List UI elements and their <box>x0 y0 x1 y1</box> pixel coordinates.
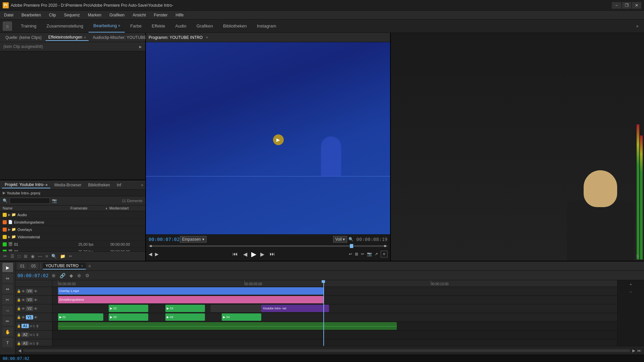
sort-icon[interactable]: ≡ <box>45 253 49 259</box>
lock-icon[interactable]: 🔒 <box>17 333 21 337</box>
eye-icon[interactable]: 👁 <box>21 315 25 319</box>
voll-dropdown[interactable]: Voll ▾ <box>333 236 347 243</box>
lock-icon[interactable]: 🔒 <box>17 289 21 293</box>
ripple-edit-tool[interactable]: ⇔ <box>2 284 13 294</box>
eye2-icon[interactable]: 👁 <box>34 289 38 293</box>
text-tool[interactable]: T <box>2 338 13 347</box>
home-button[interactable]: ⌂ <box>3 21 12 31</box>
tab-inf[interactable]: Inf <box>114 182 124 188</box>
workspace-tab-grafiken[interactable]: Grafiken <box>192 20 218 33</box>
tl-zoom-out[interactable]: − <box>629 289 633 295</box>
lock-icon[interactable]: 🔒 <box>17 298 21 302</box>
tab-bibliotheken[interactable]: Bibliotheken <box>86 182 113 188</box>
playhead-marker[interactable] <box>350 244 353 248</box>
camera-button[interactable]: 📷 <box>367 252 372 256</box>
folder-icon[interactable]: 📁 <box>59 253 66 259</box>
sort-icon[interactable]: ▲ <box>105 206 108 210</box>
workspace-tab-effekte[interactable]: Effekte <box>147 20 170 33</box>
track-name-badge-v4[interactable]: V4 <box>26 289 33 293</box>
col-header-name[interactable]: Name <box>3 206 69 210</box>
razor-tool[interactable]: ✂ <box>2 295 13 304</box>
workspace-tab-audio[interactable]: Audio <box>170 20 191 33</box>
add-button[interactable]: + <box>381 251 387 257</box>
clip-v1-02[interactable]: ▶ 02 <box>109 313 148 321</box>
solo-button[interactable]: S <box>33 324 35 328</box>
list-icon[interactable]: ☰ <box>10 253 15 259</box>
menu-ansicht[interactable]: Ansicht <box>131 12 147 18</box>
current-timecode[interactable]: 00:00:07:02 <box>149 237 180 242</box>
eye-icon[interactable]: 👁 <box>21 307 25 311</box>
track-name-badge-a1[interactable]: A1 <box>21 324 29 328</box>
menu-fenster[interactable]: Fenster <box>153 12 169 18</box>
col-header-medienstart[interactable]: Medienstart <box>109 206 143 210</box>
mic-icon[interactable]: 🎙 <box>36 342 39 346</box>
tl-add-marker-button[interactable]: ⊕ <box>76 272 82 279</box>
mute-button[interactable]: M <box>30 342 32 345</box>
timeline-tab-01[interactable]: 01 <box>17 263 27 269</box>
track-select-tool[interactable]: ⇔ <box>2 274 13 283</box>
tab-quelle[interactable]: Quelle: (keine Clips) <box>3 35 44 41</box>
play-button[interactable]: ▶ <box>251 250 256 258</box>
lock-icon[interactable]: 🔒 <box>17 342 21 345</box>
track-name-badge-a2[interactable]: A2 <box>21 333 29 337</box>
workspace-more-button[interactable]: » <box>633 24 641 28</box>
tl-settings-button[interactable]: ⚙ <box>84 272 91 279</box>
workspace-tab-bearbeitung[interactable]: Bearbeitung ≡ <box>89 20 125 33</box>
clip-v2-02[interactable]: ▶ 02 <box>109 305 148 312</box>
delete-icon[interactable]: ✂ <box>68 253 73 259</box>
grid-icon[interactable]: ⊞ <box>23 253 28 259</box>
edit-icon[interactable]: ✏ <box>3 253 8 259</box>
frame-back-button[interactable]: ◀ <box>242 250 249 258</box>
clip-v2-youtube-intro[interactable]: Youtube Intro- ver <box>261 305 329 312</box>
tab-projekt[interactable]: Projekt: Youtube Intro- ≡ <box>2 182 50 188</box>
lock-icon[interactable]: 🔒 <box>17 324 21 328</box>
eye2-icon[interactable]: 👁 <box>34 315 38 319</box>
hand-tool[interactable]: ✋ <box>2 327 13 337</box>
slip-tool[interactable]: ↔ <box>2 306 13 315</box>
workspace-tab-instagram[interactable]: Instagram <box>252 20 281 33</box>
maximize-button[interactable]: ❐ <box>622 2 631 9</box>
mic-icon[interactable]: 🎙 <box>36 333 39 337</box>
menu-clip[interactable]: Clip <box>48 12 57 18</box>
tl-end-button[interactable]: ⏭ <box>637 348 641 353</box>
track-name-badge-v1[interactable]: V1 <box>26 315 33 319</box>
tl-marker-button[interactable]: ◆ <box>68 272 74 279</box>
eye-icon[interactable]: 👁 <box>21 298 25 302</box>
eye2-icon[interactable]: 👁 <box>34 307 38 311</box>
trim-button[interactable]: ✂ <box>361 252 364 256</box>
project-search-input[interactable] <box>10 198 50 204</box>
eye2-icon[interactable]: 👁 <box>34 298 38 302</box>
tl-tab-close-icon[interactable]: × <box>81 264 83 268</box>
menu-marken[interactable]: Marken <box>87 12 103 18</box>
list-item[interactable]: ▶ 📁 Audio <box>0 211 145 219</box>
minimize-button[interactable]: − <box>612 2 621 9</box>
pen-tool[interactable]: ✏ <box>2 316 13 326</box>
workspace-tab-zusammenstellung[interactable]: Zusammenstellung <box>42 20 88 33</box>
track-name-badge-v3[interactable]: V3 <box>26 298 33 302</box>
clip-v1-01[interactable]: ▶ 01 <box>58 313 103 321</box>
list-item[interactable]: ▶ 📁 Videomaterial <box>0 233 145 241</box>
workspace-tab-training[interactable]: Training <box>16 20 41 33</box>
workspace-tab-bibliotheken[interactable]: Bibliotheken <box>218 20 252 33</box>
menu-sequenz[interactable]: Sequenz <box>63 12 81 18</box>
list-item[interactable]: 🎬 01 25,00 fps 00:00:00.00 <box>0 241 145 248</box>
camera-icon[interactable]: 📷 <box>52 198 57 203</box>
thumbnail-icon[interactable]: □ <box>17 253 21 259</box>
clip-v1-03[interactable]: ▶ 03 <box>165 313 205 321</box>
mute-button[interactable]: M <box>30 324 32 328</box>
step-back-button[interactable]: ⏮ <box>231 250 239 258</box>
clip-overlay[interactable]: Overlay 1.mp4 <box>58 287 323 295</box>
menu-hilfe[interactable]: Hilfe <box>174 12 185 18</box>
workspace-tab-farbe[interactable]: Farbe <box>125 20 146 33</box>
clip-v1-04[interactable]: ▶ 04 <box>222 313 261 321</box>
menu-grafiken[interactable]: Grafiken <box>108 12 126 18</box>
find-icon[interactable]: 🔍 <box>51 253 57 259</box>
mark-out-button[interactable]: ▶ <box>155 251 159 257</box>
solo-button[interactable]: S <box>33 333 35 337</box>
solo-button[interactable]: S <box>33 342 35 345</box>
list-item[interactable]: 🎬 02 25,00 fps 00:00:00.00 <box>0 248 145 251</box>
program-menu-icon[interactable]: ≡ <box>206 36 208 39</box>
tl-snap-button[interactable]: ⊕ <box>51 272 57 279</box>
tab-media-browser[interactable]: Media-Browser <box>52 182 84 188</box>
tl-scrollbar[interactable] <box>23 349 630 352</box>
